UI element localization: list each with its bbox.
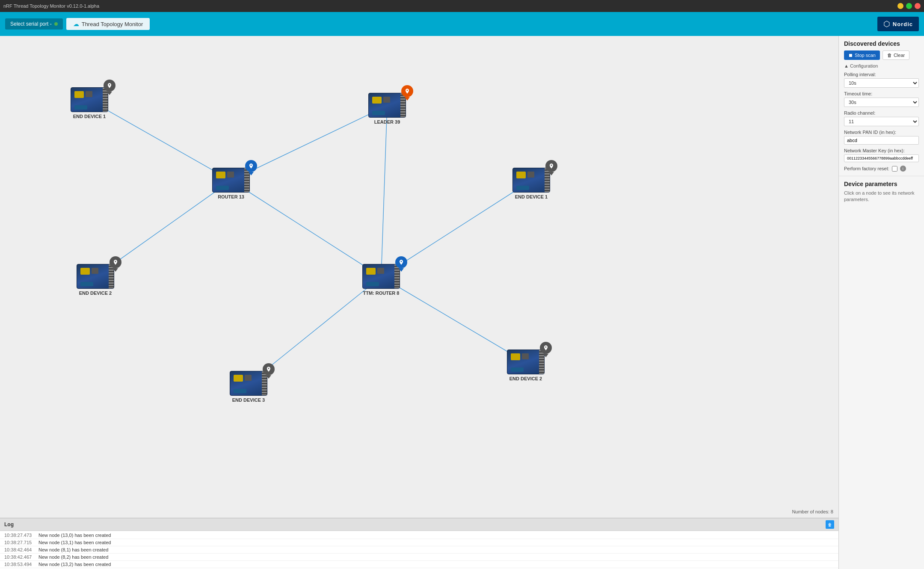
polling-interval-label: Polling interval: — [844, 72, 919, 77]
node-ttm_router8[interactable]: TTM: ROUTER 8 — [362, 264, 400, 296]
node-badge-leader39 — [401, 85, 414, 101]
node-end1_right[interactable]: END DEVICE 1 — [512, 168, 550, 199]
timeout-select[interactable]: 30s — [844, 98, 919, 107]
network-key-label: Network Master Key (in hex): — [844, 148, 919, 153]
board-visual-end2_right — [507, 350, 545, 374]
connection-status-dot — [54, 22, 58, 26]
node-router13[interactable]: ROUTER 13 — [212, 168, 250, 199]
log-clear-button[interactable]: 🗑 — [826, 520, 834, 529]
connection-line — [89, 100, 231, 181]
maximize-button[interactable]: □ — [906, 3, 912, 9]
pan-id-label: Network PAN ID (in hex): — [844, 130, 919, 135]
right-panel: Discovered devices ⏹ Stop scan 🗑 Clear ▲… — [838, 36, 924, 569]
log-row: 10:38:42.467New node (8,2) has been crea… — [0, 554, 838, 561]
app-header: Select serial port - ☁ Thread Topology M… — [0, 12, 924, 36]
log-timestamp: 10:38:27.715 — [4, 540, 38, 545]
app-title: nRF Thread Topology Monitor v0.12.0-1.al… — [3, 3, 99, 9]
node-end2[interactable]: END DEVICE 2 — [77, 264, 114, 296]
nordic-logo-icon: ⬡ — [883, 19, 890, 29]
factory-reset-row: Perform factory reset: i — [844, 166, 919, 172]
nordic-logo-text: Nordic — [893, 21, 913, 27]
device-params-section: Device parameters Click on a node to see… — [839, 176, 924, 207]
device-params-hint: Click on a node to see its network param… — [844, 190, 919, 203]
node-end1[interactable]: END DEVICE 1 — [71, 87, 108, 119]
log-title: Log — [4, 522, 14, 528]
node-badge-ttm_router8 — [395, 256, 408, 272]
log-message: New node (8,2) has been created — [38, 554, 108, 560]
node-label-end2_right: END DEVICE 2 — [509, 376, 542, 381]
timeout-group: Timeout time: 30s — [844, 91, 919, 107]
board-visual-end1 — [71, 87, 108, 112]
pan-id-input[interactable] — [844, 136, 919, 145]
minimize-button[interactable]: — — [897, 3, 903, 9]
polling-interval-group: Polling interval: 10s — [844, 72, 919, 88]
pan-id-group: Network PAN ID (in hex): — [844, 130, 919, 145]
node-end3[interactable]: END DEVICE 3 — [230, 371, 267, 403]
log-header: Log 🗑 — [0, 519, 838, 531]
topology-canvas[interactable]: Number of nodes: 8 END DEVICE 1 ROUTER 1… — [0, 36, 838, 518]
radio-channel-label: Radio channel: — [844, 110, 919, 116]
clear-label: Clear — [894, 53, 905, 58]
serial-port-label: Select serial port - — [10, 21, 52, 27]
node-leader39[interactable]: LEADER 39 — [368, 93, 406, 124]
board-visual-router13 — [212, 168, 250, 193]
timeout-label: Timeout time: — [844, 91, 919, 96]
device-params-title: Device parameters — [844, 181, 919, 187]
topology-with-log: Number of nodes: 8 END DEVICE 1 ROUTER 1… — [0, 36, 838, 569]
board-visual-end1_right — [512, 168, 550, 193]
log-message: New node (13,0) has been created — [38, 533, 111, 538]
factory-reset-label: Perform factory reset: — [844, 166, 889, 171]
polling-interval-select[interactable]: 10s — [844, 78, 919, 88]
log-message: New node (8,1) has been created — [38, 547, 108, 552]
radio-channel-select[interactable]: 11 — [844, 117, 919, 126]
main-content: Number of nodes: 8 END DEVICE 1 ROUTER 1… — [0, 36, 924, 569]
node-badge-end3 — [262, 363, 275, 379]
log-timestamp: 10:38:27.473 — [4, 533, 38, 538]
config-toggle[interactable]: ▲ Configuration — [844, 63, 919, 68]
connection-line — [381, 277, 526, 362]
log-timestamp: 10:38:53.494 — [4, 562, 38, 567]
discovered-devices-title: Discovered devices — [844, 40, 919, 47]
connection-line — [231, 181, 381, 277]
board-visual-end2 — [77, 264, 114, 289]
clear-icon: 🗑 — [887, 53, 892, 58]
node-badge-end2_right — [539, 342, 552, 357]
log-row: 10:38:27.473New node (13,0) has been cre… — [0, 532, 838, 539]
board-visual-leader39 — [368, 93, 406, 118]
log-timestamp: 10:38:42.467 — [4, 554, 38, 560]
stop-scan-label: Stop scan — [855, 53, 876, 58]
board-visual-end3 — [230, 371, 267, 396]
radio-channel-group: Radio channel: 11 — [844, 110, 919, 126]
close-button[interactable]: ✕ — [915, 3, 921, 9]
info-icon[interactable]: i — [900, 166, 906, 172]
node-badge-router13 — [245, 160, 258, 175]
config-toggle-label: ▲ Configuration — [844, 63, 878, 68]
node-label-end2: END DEVICE 2 — [79, 290, 112, 296]
node-end2_right[interactable]: END DEVICE 2 — [507, 350, 545, 381]
log-message: New node (13,2) has been created — [38, 562, 111, 567]
window-controls: — □ ✕ — [897, 3, 921, 9]
node-count: Number of nodes: 8 — [792, 509, 833, 514]
node-label-router13: ROUTER 13 — [218, 194, 244, 199]
node-label-leader39: LEADER 39 — [374, 119, 400, 124]
network-key-input[interactable] — [844, 154, 919, 162]
stop-icon: ⏹ — [848, 53, 853, 58]
node-label-end1: END DEVICE 1 — [73, 114, 106, 119]
log-row: 10:38:27.715New node (13,1) has been cre… — [0, 539, 838, 546]
log-content[interactable]: 10:38:27.473New node (13,0) has been cre… — [0, 531, 838, 569]
log-row: 10:38:53.494New node (13,2) has been cre… — [0, 561, 838, 568]
factory-reset-checkbox[interactable] — [892, 166, 897, 172]
board-visual-ttm_router8 — [362, 264, 400, 289]
log-row: 10:38:42.464New node (8,1) has been crea… — [0, 546, 838, 554]
log-message: New node (13,1) has been created — [38, 540, 111, 545]
stop-scan-button[interactable]: ⏹ Stop scan — [844, 50, 880, 60]
cloud-icon: ☁ — [73, 21, 79, 27]
log-area: Log 🗑 10:38:27.473New node (13,0) has be… — [0, 518, 838, 569]
serial-port-button[interactable]: Select serial port - — [5, 18, 63, 30]
clear-button[interactable]: 🗑 Clear — [883, 50, 909, 60]
node-badge-end2 — [109, 256, 122, 272]
thread-topology-tab[interactable]: ☁ Thread Topology Monitor — [66, 18, 150, 30]
node-badge-end1_right — [545, 160, 558, 175]
tab-label: Thread Topology Monitor — [82, 21, 143, 27]
node-label-ttm_router8: TTM: ROUTER 8 — [363, 290, 400, 296]
